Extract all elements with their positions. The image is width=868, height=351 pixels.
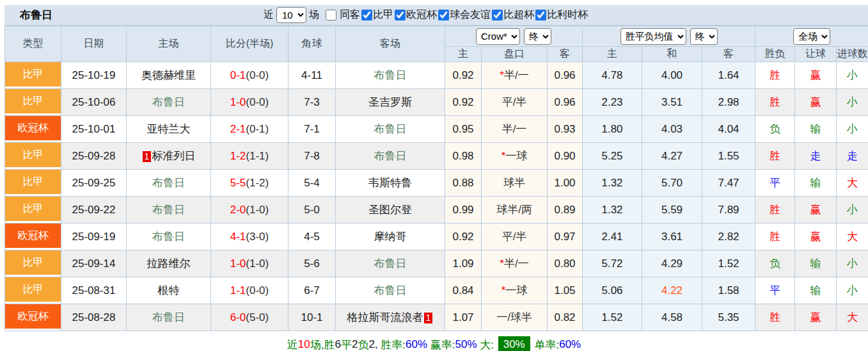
fulltime-score: 1-0: [230, 257, 246, 270]
corner-cell: 5-4: [288, 170, 336, 197]
result-wdl-cell: 胜: [755, 143, 795, 170]
score-cell: 1-2(1-1): [211, 143, 288, 170]
score-cell: 1-0(0-0): [211, 89, 288, 116]
odds-away-cell: 1.64: [702, 62, 755, 89]
handicap-home-odds-cell: 0.98: [445, 143, 482, 170]
footer-segment: 单率:: [532, 338, 559, 351]
league-filter-item: 比利时杯: [534, 8, 588, 22]
same-opponent-checkbox[interactable]: [326, 10, 336, 20]
away-team-cell: 韦斯特鲁: [336, 170, 445, 197]
halftime-score: (0-0): [246, 284, 269, 297]
footer-segment: 2,: [368, 338, 381, 351]
handicap-home-odds-cell: 0.92: [445, 224, 482, 250]
home-team-cell: 布鲁日: [127, 197, 211, 224]
result-handicap-cell: 赢: [795, 224, 837, 250]
match-row: 比甲 25-10-19 奥德赫维里 0-1(0-0) 4-11 布鲁日 0.92…: [5, 62, 868, 89]
odds-home-cell: 1.52: [583, 304, 642, 331]
handicap-home-odds-cell: 0.95: [445, 116, 482, 143]
scope-select[interactable]: 全场: [793, 28, 830, 45]
col-header-away: 客场: [336, 26, 445, 62]
home-team-cell: 1标准列日: [127, 143, 211, 170]
home-team-name: 布鲁日: [152, 177, 185, 189]
star-marker: *: [500, 69, 504, 81]
star-marker: *: [500, 257, 504, 270]
away-team-cell: 布鲁日: [336, 116, 445, 143]
handicap-away-odds-cell: 0.96: [548, 89, 583, 116]
match-count-select[interactable]: 10: [276, 7, 306, 23]
team-stats-panel: 布鲁日 近 10 场 同客 比甲欧冠杯球会友谊比超杯比利时杯 类型 日期 主场 …: [0, 0, 868, 351]
away-team-cell: 格拉斯哥流浪者1: [336, 304, 445, 331]
result-wdl-cell: 负: [755, 250, 795, 277]
league-filter-item: 欧冠杯: [393, 8, 437, 22]
match-row: 比甲 25-09-28 1标准列日 1-2(1-1) 7-8 布鲁日 0.98 …: [5, 143, 868, 170]
home-team-cell: 亚特兰大: [127, 116, 211, 143]
odds-away-cell: 7.47: [702, 170, 755, 197]
handicap-home-odds-cell: 1.09: [445, 250, 482, 277]
footer-segment: 60%: [406, 338, 427, 351]
footer-segment: 胜率:: [381, 338, 406, 351]
league-cell: 比甲: [5, 89, 61, 116]
halftime-score: (3-0): [246, 231, 269, 243]
halftime-score: (1-2): [246, 177, 269, 189]
handicap-line: 一/球半: [496, 311, 532, 323]
odds-away-cell: 1.52: [702, 250, 755, 277]
matches-label: 场: [309, 8, 319, 22]
league-cell: 比甲: [5, 250, 61, 277]
league-filter-item: 球会友谊: [437, 8, 491, 22]
big-rate-badge: 30%: [498, 336, 530, 351]
handicap-company-select[interactable]: Crow*: [476, 28, 520, 45]
result-wdl-cell: 胜: [755, 224, 795, 250]
league-checkbox[interactable]: [361, 10, 372, 20]
odds-time-select[interactable]: 终: [690, 28, 718, 45]
away-team-cell: 布鲁日: [336, 277, 445, 304]
team-title: 布鲁日: [20, 8, 52, 22]
result-wdl-cell: 负: [755, 116, 795, 143]
league-checkbox[interactable]: [535, 10, 546, 20]
handicap-line-cell: 球半/两: [482, 197, 548, 224]
away-team-cell: 布鲁日: [336, 250, 445, 277]
league-checkbox-label: 比超杯: [503, 8, 534, 22]
fulltime-score: 1-1: [230, 284, 246, 297]
col-header-home: 主场: [127, 26, 211, 62]
odds-home-cell: 1.32: [583, 170, 642, 197]
odds-draw-cell: 3.51: [642, 89, 702, 116]
league-checkbox-label: 欧冠杯: [406, 8, 437, 22]
league-checkbox[interactable]: [395, 10, 406, 20]
same-opponent-label: 同客: [340, 8, 360, 22]
result-handicap-cell: 走: [795, 143, 837, 170]
date-cell: 25-09-19: [61, 224, 127, 250]
halftime-score: (1-0): [246, 204, 269, 216]
result-handicap-cell: 输: [795, 277, 837, 304]
home-team-name: 布鲁日: [152, 311, 185, 323]
result-wdl-cell: 平: [755, 277, 795, 304]
odds-home-cell: 5.72: [583, 250, 642, 277]
fulltime-score: 4-1: [230, 231, 246, 243]
league-badge: 比甲: [5, 170, 61, 194]
result-goals-cell: 小: [837, 62, 868, 89]
handicap-line-cell: 半/一: [482, 116, 548, 143]
handicap-time-select[interactable]: 终: [524, 28, 551, 45]
league-checkbox[interactable]: [492, 10, 503, 20]
handicap-line: 球半: [503, 177, 525, 189]
away-team-name: 韦斯特鲁: [368, 177, 412, 189]
footer-segment: 平: [341, 338, 352, 351]
handicap-home-odds-cell: 0.92: [445, 89, 482, 116]
league-checkbox[interactable]: [438, 10, 449, 20]
home-team-name: 拉路维尔: [147, 257, 191, 270]
footer-segment: 场,胜: [310, 338, 335, 351]
handicap-away-odds-cell: 1.05: [548, 277, 583, 304]
result-goals-cell: 小: [837, 250, 868, 277]
near-label: 近: [264, 8, 274, 22]
league-cell: 比甲: [5, 197, 61, 224]
match-row: 比甲 25-09-22 布鲁日 2-0(1-0) 5-0 圣图尔登 0.99 球…: [5, 197, 868, 224]
footer-segment: 负: [358, 338, 368, 351]
match-row: 比甲 25-10-06 布鲁日 1-0(0-0) 7-3 圣吉罗斯 0.92 平…: [5, 89, 868, 116]
away-team-name: 圣图尔登: [368, 204, 412, 216]
result-goals-cell: 大: [837, 224, 868, 250]
footer-segment: 赢率:: [427, 338, 455, 351]
footer-segment: 60%: [559, 338, 581, 351]
handicap-line: 一球: [505, 284, 527, 297]
league-badge: 比甲: [5, 143, 61, 167]
odds-type-select[interactable]: 胜平负均值: [620, 28, 686, 45]
match-row: 比甲 25-08-31 根特 1-1(0-0) 6-7 布鲁日 0.84 *一球…: [5, 277, 868, 304]
